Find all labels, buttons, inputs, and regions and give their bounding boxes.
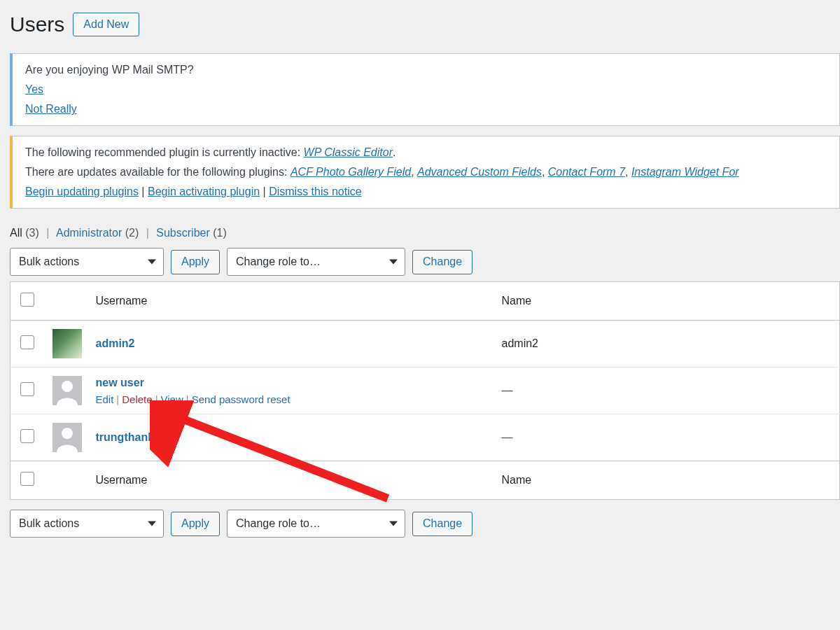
change-role-select[interactable]: Change role to…: [227, 248, 405, 276]
apply-button[interactable]: Apply: [171, 250, 220, 274]
notice-smtp-no-link[interactable]: Not Really: [25, 103, 77, 115]
filter-admin-count: (2): [125, 227, 139, 239]
inactive-plugin-link[interactable]: WP Classic Editor: [304, 146, 393, 158]
page-title: Users: [10, 13, 64, 36]
edit-link[interactable]: Edit: [96, 393, 114, 405]
view-link[interactable]: View: [161, 393, 183, 405]
change-role-select-bottom[interactable]: Change role to…: [227, 510, 405, 538]
delete-link[interactable]: Delete: [122, 393, 152, 405]
bulk-actions-select[interactable]: Bulk actions: [10, 248, 164, 276]
filter-admin-link[interactable]: Administrator: [56, 227, 122, 239]
change-role-value: Change role to…: [236, 517, 321, 530]
plugin-update-link[interactable]: Advanced Custom Fields: [417, 166, 542, 178]
avatar: [52, 329, 82, 358]
separator: |: [153, 393, 161, 405]
separator: |: [42, 227, 53, 239]
svg-point-3: [62, 428, 73, 439]
filter-all-count: (3): [25, 227, 39, 239]
separator: |: [183, 393, 192, 405]
select-all-checkbox[interactable]: [20, 293, 34, 307]
name-cell: —: [495, 414, 840, 461]
plugin-update-link[interactable]: Contact Form 7: [548, 166, 625, 178]
notice-plugins: The following recommended plugin is curr…: [10, 136, 840, 209]
chevron-down-icon: [389, 522, 398, 526]
avatar: [52, 423, 82, 452]
table-row: trungthanh —: [10, 414, 840, 461]
row-checkbox[interactable]: [20, 335, 34, 349]
send-password-reset-link[interactable]: Send password reset: [192, 393, 290, 405]
separator: |: [141, 186, 148, 197]
filter-subscriber-link[interactable]: Subscriber: [156, 227, 209, 239]
dismiss-notice-link[interactable]: Dismiss this notice: [269, 186, 361, 197]
name-cell: admin2: [495, 321, 840, 368]
chevron-down-icon: [148, 260, 156, 265]
row-checkbox[interactable]: [20, 429, 34, 443]
users-table: Username Name admin2 admin2 new user: [10, 281, 840, 500]
change-role-value: Change role to…: [236, 255, 321, 268]
username-link[interactable]: trungthanh: [96, 431, 155, 443]
plugin-update-link[interactable]: Instagram Widget For: [631, 166, 739, 178]
notice-inactive-prefix: The following recommended plugin is curr…: [25, 146, 304, 158]
column-name-footer[interactable]: Name: [495, 461, 840, 500]
username-link[interactable]: admin2: [96, 337, 135, 349]
notice-inactive-suffix: .: [393, 146, 396, 158]
change-button[interactable]: Change: [412, 250, 472, 274]
plugin-update-link[interactable]: ACF Photo Gallery Field: [290, 166, 411, 178]
filter-all-label[interactable]: All: [10, 227, 22, 239]
chevron-down-icon: [389, 260, 398, 265]
table-row: admin2 admin2: [10, 321, 840, 368]
person-icon: [52, 376, 82, 405]
begin-activating-link[interactable]: Begin activating plugin: [148, 186, 260, 197]
column-username[interactable]: Username: [89, 282, 495, 321]
role-filters: All (3) | Administrator (2) | Subscriber…: [10, 227, 840, 239]
column-username-footer[interactable]: Username: [89, 461, 495, 500]
filter-subscriber-count: (1): [213, 227, 227, 239]
apply-button-bottom[interactable]: Apply: [171, 512, 220, 536]
bulk-actions-value: Bulk actions: [19, 517, 79, 530]
add-new-button[interactable]: Add New: [73, 13, 139, 36]
separator: |: [113, 393, 122, 405]
bulk-actions-select-bottom[interactable]: Bulk actions: [10, 510, 164, 538]
select-all-checkbox-footer[interactable]: [20, 472, 34, 486]
person-icon: [52, 423, 82, 452]
table-row: new user Edit|Delete|View|Send password …: [10, 368, 840, 414]
username-link[interactable]: new user: [96, 377, 144, 388]
column-name[interactable]: Name: [495, 282, 840, 321]
name-cell: —: [495, 368, 840, 414]
avatar: [52, 376, 82, 405]
separator: |: [142, 227, 153, 239]
bulk-actions-value: Bulk actions: [19, 255, 79, 268]
notice-updates-prefix: There are updates available for the foll…: [25, 166, 290, 178]
change-button-bottom[interactable]: Change: [412, 512, 472, 536]
notice-smtp: Are you enjoying WP Mail SMTP? Yes Not R…: [10, 53, 840, 126]
notice-smtp-yes-link[interactable]: Yes: [25, 83, 43, 95]
svg-point-1: [62, 381, 73, 392]
separator: |: [263, 186, 270, 197]
begin-updating-link[interactable]: Begin updating plugins: [25, 186, 139, 197]
notice-smtp-question: Are you enjoying WP Mail SMTP?: [25, 64, 827, 76]
row-checkbox[interactable]: [20, 382, 34, 396]
row-actions: Edit|Delete|View|Send password reset: [96, 393, 488, 405]
chevron-down-icon: [148, 522, 156, 526]
